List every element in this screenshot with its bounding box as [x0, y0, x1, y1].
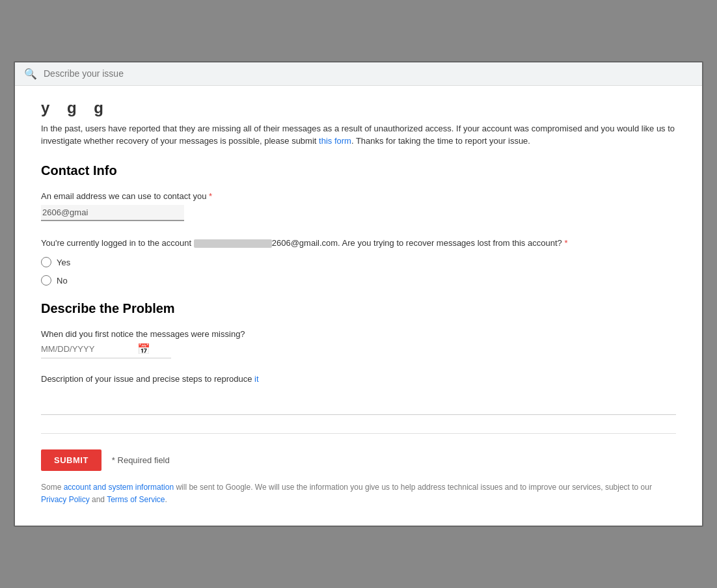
footer-text: Some account and system information will… [41, 481, 676, 506]
contact-info-section: Contact Info An email address we can use… [41, 163, 676, 286]
email-field-label: An email address we can use to contact y… [41, 191, 676, 201]
submit-row: SUBMIT * Required field [41, 449, 676, 471]
search-input[interactable] [44, 68, 693, 79]
account-question-group: You're currently logged in to the accoun… [41, 237, 676, 286]
submit-button[interactable]: SUBMIT [41, 449, 101, 471]
no-option[interactable]: No [41, 275, 676, 286]
recover-radio-group: Yes No [41, 257, 676, 286]
no-label: No [57, 276, 68, 286]
page-content: y g g In the past, users have reported t… [15, 86, 702, 526]
yes-radio[interactable] [41, 257, 51, 267]
problem-title: Describe the Problem [41, 301, 676, 316]
email-input[interactable] [41, 205, 184, 221]
search-bar: 🔍 [15, 62, 702, 86]
date-field-label: When did you first notice the messages w… [41, 329, 676, 339]
issue-description-group: Description of your issue and precise st… [41, 374, 676, 418]
page-title: y g g [41, 99, 676, 117]
search-icon: 🔍 [24, 68, 37, 80]
main-window: 🔍 y g g In the past, users have reported… [14, 61, 703, 528]
form-link[interactable]: this form [319, 136, 351, 146]
yes-option[interactable]: Yes [41, 257, 676, 267]
calendar-icon[interactable]: 📅 [137, 343, 150, 355]
date-input[interactable] [41, 344, 132, 354]
account-line: You're currently logged in to the accoun… [41, 237, 676, 250]
contact-info-title: Contact Info [41, 163, 676, 178]
redacted-email-prefix [194, 239, 272, 248]
issue-textarea[interactable] [41, 389, 676, 415]
required-star-account: * [564, 238, 567, 248]
date-field-group: When did you first notice the messages w… [41, 329, 676, 358]
issue-label: Description of your issue and precise st… [41, 374, 676, 384]
account-info-link[interactable]: account and system information [64, 483, 174, 492]
problem-section: Describe the Problem When did you first … [41, 301, 676, 418]
privacy-policy-link[interactable]: Privacy Policy [41, 495, 90, 504]
no-radio[interactable] [41, 275, 51, 286]
divider [41, 433, 676, 434]
required-star-email: * [209, 191, 212, 201]
intro-text: In the past, users have reported that th… [41, 122, 676, 148]
terms-of-service-link[interactable]: Terms of Service [107, 495, 165, 504]
date-field-wrapper: 📅 [41, 343, 171, 358]
yes-label: Yes [57, 258, 70, 267]
it-link[interactable]: it [254, 374, 259, 384]
email-field-group: An email address we can use to contact y… [41, 191, 676, 221]
required-field-note: * Required field [112, 455, 170, 465]
